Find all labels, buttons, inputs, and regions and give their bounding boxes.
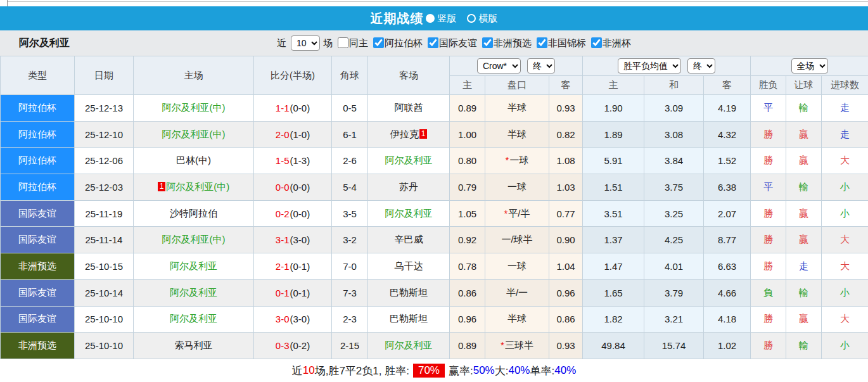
competition-checkbox-1[interactable] [373, 37, 384, 48]
match-date: 25-12-13 [75, 95, 134, 122]
competition-checkbox-3[interactable] [482, 37, 493, 48]
layout-vertical-radio[interactable] [426, 14, 435, 23]
competition-checkbox-label-1[interactable]: 阿拉伯杯 [385, 37, 423, 48]
away-team-cell: 巴勒斯坦 [368, 306, 450, 333]
euro-away-odds: 4.18 [704, 306, 751, 333]
asia-home-odds: 0.86 [450, 279, 485, 306]
odds-type-select[interactable]: 胜平负均值 [618, 58, 681, 73]
result-outcome: 勝 [751, 148, 786, 174]
competition-checkbox-label-0[interactable]: 同主 [349, 37, 368, 48]
asia-away-odds: 1.08 [549, 148, 583, 174]
home-team-cell: 阿尔及利亚(中) [134, 121, 254, 148]
competition-checkbox-0[interactable] [338, 37, 348, 48]
corners-cell: 3-5 [332, 200, 368, 227]
score-cell: 0-1(0-1) [254, 279, 332, 306]
home-team-cell: 阿尔及利亚(中) [134, 95, 254, 122]
team-label: 巴勒斯坦 [390, 313, 428, 324]
result-goals: 小 [822, 333, 868, 359]
asia-handicap: *三球半 [485, 333, 549, 359]
asia-home-odds: 1.00 [450, 121, 485, 148]
team-label: 阿尔及利亚 [170, 313, 217, 324]
match-type-badge: 国际友谊 [1, 306, 75, 333]
euro-home-odds: 49.84 [583, 333, 644, 359]
match-date: 25-12-03 [75, 174, 134, 201]
match-row: 阿拉伯杯25-12-031阿尔及利亚(中)0-0(0-0)5-4苏丹0.79一球… [1, 174, 868, 201]
scope-select[interactable]: 全场 [791, 58, 828, 73]
asia-handicap: 一球 [485, 174, 549, 201]
result-goals: 大 [822, 306, 868, 333]
corners-cell: 2-15 [332, 333, 368, 359]
subheader-asia-home: 主 [450, 76, 485, 95]
asia-away-odds: 1.03 [549, 174, 583, 201]
match-row: 非洲预选25-10-10索马利亚0-3(0-2)2-15阿尔及利亚0.89*三球… [1, 333, 868, 359]
competition-checkbox-label-3[interactable]: 非洲预选 [494, 37, 532, 48]
bookmaker-select[interactable]: Crow* [477, 58, 521, 73]
home-team-cell: 阿尔及利亚 [134, 253, 254, 280]
competition-checkbox-label-4[interactable]: 非国锦标 [548, 37, 586, 48]
result-goals: 走 [822, 121, 868, 148]
match-row: 非洲预选25-10-15阿尔及利亚2-1(0-1)7-0乌干达0.78一球1.0… [1, 253, 868, 280]
asia-away-odds: 0.82 [549, 121, 583, 148]
result-handicap: 輸 [786, 279, 822, 306]
subheader-handicap: 盘口 [485, 76, 549, 95]
subheader-outcome: 胜负 [751, 76, 786, 95]
layout-vertical-label[interactable]: 竖版 [438, 13, 457, 25]
team-label: 阿尔及利亚(中) [162, 102, 226, 113]
match-date: 25-11-19 [75, 200, 134, 227]
summary-segment-2: 场,胜7平2负1, 胜率: [315, 364, 409, 378]
competition-checkbox-4[interactable] [537, 37, 547, 48]
asia-handicap: *一球 [485, 148, 549, 174]
score-cell: 2-0(1-0) [254, 121, 332, 148]
euro-away-odds: 4.19 [704, 95, 751, 122]
recent-results-panel: 近期战绩 竖版 横版 阿尔及利亚 近 10 场 同主阿拉伯杯国际友谊非洲预选非国… [0, 0, 868, 382]
result-outcome: 勝 [751, 227, 786, 253]
recent-count-select[interactable]: 10 [291, 35, 320, 51]
subheader-euro-home: 主 [583, 76, 644, 95]
summary-segment-5: 50% [473, 364, 495, 377]
layout-horizontal-radio[interactable] [467, 14, 476, 23]
competition-checkbox-label-2[interactable]: 国际友谊 [439, 37, 477, 48]
top-frame-strip [0, 0, 868, 6]
home-team-cell: 阿尔及利亚(中) [134, 227, 254, 253]
euro-home-odds: 1.82 [583, 306, 644, 333]
layout-horizontal-label[interactable]: 横版 [479, 13, 498, 25]
games-label: 场 [323, 37, 333, 49]
subheader-asia-away: 客 [549, 76, 583, 95]
result-goals: 小 [822, 174, 868, 201]
competition-checkbox-5[interactable] [591, 37, 602, 48]
result-outcome: 負 [751, 279, 786, 306]
score-cell: 3-1(3-0) [254, 227, 332, 253]
asia-final-select[interactable]: 终 [527, 58, 555, 73]
match-type-badge: 阿拉伯杯 [1, 95, 75, 122]
competition-checkbox-2[interactable] [428, 37, 438, 48]
euro-home-odds: 1.51 [583, 174, 644, 201]
asia-home-odds: 0.96 [450, 306, 485, 333]
record-summary: 近10场,胜7平2负1, 胜率:70%赢率:50% 大:40% 单率:40% [0, 359, 868, 382]
team-label: 巴林(中) [176, 155, 211, 165]
competition-checkbox-label-5[interactable]: 非洲杯 [603, 37, 631, 48]
result-handicap: 走 [786, 253, 822, 280]
score-cell: 1-1(0-0) [254, 95, 332, 122]
euro-away-odds: 8.77 [704, 227, 751, 253]
result-outcome: 平 [751, 174, 786, 201]
result-outcome: 勝 [751, 253, 786, 280]
team-label: 阿尔及利亚 [385, 155, 433, 165]
result-handicap: 贏 [786, 148, 822, 174]
team-label: 阿尔及利亚 [385, 340, 433, 350]
asia-handicap: 一球 [485, 253, 549, 280]
team-label: 伊拉克 [390, 129, 419, 139]
team-label: 阿尔及利亚(中) [162, 234, 226, 245]
team-label: 苏丹 [399, 181, 418, 192]
euro-final-select[interactable]: 终 [687, 58, 715, 73]
euro-draw-odds: 3.75 [644, 174, 704, 201]
section-title: 近期战绩 [371, 10, 424, 27]
result-handicap: 贏 [786, 200, 822, 227]
asia-away-odds: 0.77 [549, 200, 583, 227]
euro-away-odds: 6.38 [704, 174, 751, 201]
home-team-cell: 1阿尔及利亚(中) [134, 174, 254, 201]
euro-draw-odds: 3.09 [644, 95, 704, 122]
score-cell: 3-0(3-0) [254, 306, 332, 333]
home-team-cell: 巴林(中) [134, 148, 254, 174]
asia-handicap: 半球 [485, 95, 549, 122]
team-label: 阿尔及利亚(中) [162, 129, 226, 139]
